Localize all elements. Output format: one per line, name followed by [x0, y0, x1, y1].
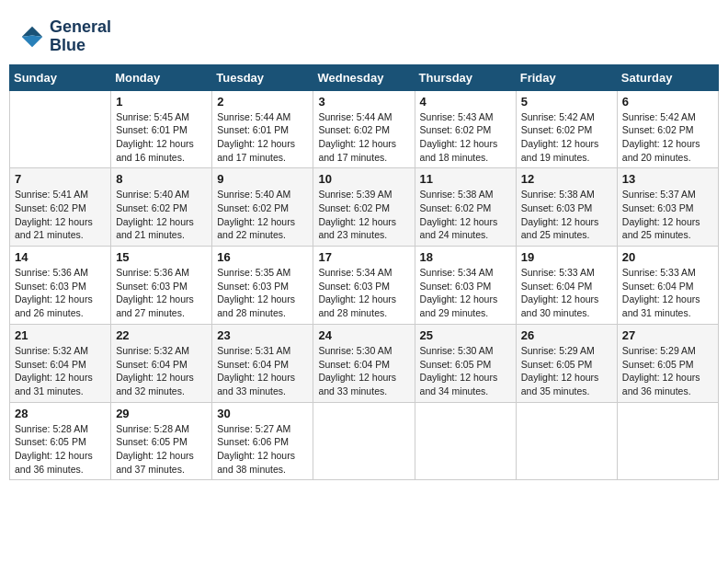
calendar-cell: 27Sunrise: 5:29 AMSunset: 6:05 PMDayligh…	[617, 324, 718, 402]
calendar-cell: 9Sunrise: 5:40 AMSunset: 6:02 PMDaylight…	[212, 168, 313, 247]
cell-sunrise-info: Sunrise: 5:44 AMSunset: 6:01 PMDaylight:…	[217, 110, 308, 165]
cell-sunrise-info: Sunrise: 5:42 AMSunset: 6:02 PMDaylight:…	[521, 110, 612, 165]
calendar-cell	[313, 402, 415, 480]
cell-sunrise-info: Sunrise: 5:37 AMSunset: 6:03 PMDaylight:…	[622, 188, 713, 242]
day-number: 20	[622, 250, 713, 264]
day-number: 11	[420, 172, 511, 186]
calendar-week-row: 28Sunrise: 5:28 AMSunset: 6:05 PMDayligh…	[10, 402, 719, 480]
calendar-cell: 3Sunrise: 5:44 AMSunset: 6:02 PMDaylight…	[313, 90, 415, 168]
svg-marker-1	[22, 35, 43, 47]
cell-sunrise-info: Sunrise: 5:34 AMSunset: 6:03 PMDaylight:…	[420, 266, 511, 320]
day-number: 17	[318, 250, 409, 264]
calendar-cell: 7Sunrise: 5:41 AMSunset: 6:02 PMDaylight…	[10, 168, 111, 247]
cell-sunrise-info: Sunrise: 5:28 AMSunset: 6:05 PMDaylight:…	[15, 422, 106, 477]
cell-sunrise-info: Sunrise: 5:33 AMSunset: 6:04 PMDaylight:…	[622, 266, 713, 320]
day-number: 12	[521, 172, 612, 186]
calendar-cell: 17Sunrise: 5:34 AMSunset: 6:03 PMDayligh…	[313, 247, 415, 325]
day-number: 28	[15, 407, 106, 420]
calendar-cell: 16Sunrise: 5:35 AMSunset: 6:03 PMDayligh…	[212, 247, 313, 325]
calendar-weekday: Monday	[111, 64, 212, 90]
cell-sunrise-info: Sunrise: 5:30 AMSunset: 6:04 PMDaylight:…	[318, 344, 409, 398]
logo-icon	[18, 23, 46, 51]
cell-sunrise-info: Sunrise: 5:40 AMSunset: 6:02 PMDaylight:…	[217, 188, 308, 242]
calendar-week-row: 21Sunrise: 5:32 AMSunset: 6:04 PMDayligh…	[10, 324, 719, 402]
day-number: 22	[116, 328, 207, 342]
cell-sunrise-info: Sunrise: 5:38 AMSunset: 6:02 PMDaylight:…	[420, 188, 511, 242]
calendar-weekday: Saturday	[617, 64, 718, 90]
calendar-table: SundayMondayTuesdayWednesdayThursdayFrid…	[9, 64, 719, 481]
day-number: 14	[15, 250, 106, 264]
calendar-cell: 28Sunrise: 5:28 AMSunset: 6:05 PMDayligh…	[10, 402, 111, 480]
day-number: 10	[318, 172, 409, 186]
calendar-cell: 15Sunrise: 5:36 AMSunset: 6:03 PMDayligh…	[111, 247, 212, 325]
calendar-weekday: Sunday	[10, 64, 111, 90]
day-number: 27	[622, 328, 713, 342]
day-number: 16	[217, 250, 308, 264]
calendar-cell: 2Sunrise: 5:44 AMSunset: 6:01 PMDaylight…	[212, 90, 313, 168]
day-number: 23	[217, 328, 308, 342]
calendar-cell: 30Sunrise: 5:27 AMSunset: 6:06 PMDayligh…	[212, 402, 313, 480]
day-number: 4	[420, 95, 511, 109]
cell-sunrise-info: Sunrise: 5:38 AMSunset: 6:03 PMDaylight:…	[521, 188, 612, 242]
calendar-cell: 18Sunrise: 5:34 AMSunset: 6:03 PMDayligh…	[415, 247, 516, 325]
day-number: 7	[15, 172, 106, 186]
cell-sunrise-info: Sunrise: 5:27 AMSunset: 6:06 PMDaylight:…	[217, 422, 308, 477]
cell-sunrise-info: Sunrise: 5:28 AMSunset: 6:05 PMDaylight:…	[116, 422, 207, 477]
logo: General Blue	[18, 18, 111, 55]
calendar-cell: 23Sunrise: 5:31 AMSunset: 6:04 PMDayligh…	[212, 324, 313, 402]
calendar-cell: 19Sunrise: 5:33 AMSunset: 6:04 PMDayligh…	[516, 247, 617, 325]
day-number: 15	[116, 250, 207, 264]
page-header: General Blue	[9, 9, 719, 60]
cell-sunrise-info: Sunrise: 5:29 AMSunset: 6:05 PMDaylight:…	[622, 344, 713, 398]
calendar-cell: 10Sunrise: 5:39 AMSunset: 6:02 PMDayligh…	[313, 168, 415, 247]
calendar-cell: 12Sunrise: 5:38 AMSunset: 6:03 PMDayligh…	[516, 168, 617, 247]
cell-sunrise-info: Sunrise: 5:43 AMSunset: 6:02 PMDaylight:…	[420, 110, 511, 165]
calendar-weekday: Thursday	[415, 64, 516, 90]
cell-sunrise-info: Sunrise: 5:31 AMSunset: 6:04 PMDaylight:…	[217, 344, 308, 398]
day-number: 9	[217, 172, 308, 186]
day-number: 29	[116, 407, 207, 420]
day-number: 2	[217, 95, 308, 109]
cell-sunrise-info: Sunrise: 5:35 AMSunset: 6:03 PMDaylight:…	[217, 266, 308, 320]
day-number: 3	[318, 95, 409, 109]
calendar-body: 1Sunrise: 5:45 AMSunset: 6:01 PMDaylight…	[10, 90, 719, 480]
cell-sunrise-info: Sunrise: 5:32 AMSunset: 6:04 PMDaylight:…	[15, 344, 106, 398]
day-number: 13	[622, 172, 713, 186]
calendar-cell: 21Sunrise: 5:32 AMSunset: 6:04 PMDayligh…	[10, 324, 111, 402]
calendar-header-row: SundayMondayTuesdayWednesdayThursdayFrid…	[10, 64, 719, 90]
cell-sunrise-info: Sunrise: 5:42 AMSunset: 6:02 PMDaylight:…	[622, 110, 713, 165]
calendar-weekday: Tuesday	[212, 64, 313, 90]
calendar-cell: 11Sunrise: 5:38 AMSunset: 6:02 PMDayligh…	[415, 168, 516, 247]
calendar-cell: 5Sunrise: 5:42 AMSunset: 6:02 PMDaylight…	[516, 90, 617, 168]
cell-sunrise-info: Sunrise: 5:32 AMSunset: 6:04 PMDaylight:…	[116, 344, 207, 398]
day-number: 24	[318, 328, 409, 342]
calendar-cell: 29Sunrise: 5:28 AMSunset: 6:05 PMDayligh…	[111, 402, 212, 480]
day-number: 26	[521, 328, 612, 342]
calendar-cell: 22Sunrise: 5:32 AMSunset: 6:04 PMDayligh…	[111, 324, 212, 402]
calendar-cell: 6Sunrise: 5:42 AMSunset: 6:02 PMDaylight…	[617, 90, 718, 168]
day-number: 8	[116, 172, 207, 186]
calendar-cell: 1Sunrise: 5:45 AMSunset: 6:01 PMDaylight…	[111, 90, 212, 168]
day-number: 25	[420, 328, 511, 342]
cell-sunrise-info: Sunrise: 5:30 AMSunset: 6:05 PMDaylight:…	[420, 344, 511, 398]
calendar-weekday: Friday	[516, 64, 617, 90]
calendar-cell	[415, 402, 516, 480]
day-number: 5	[521, 95, 612, 109]
calendar-week-row: 14Sunrise: 5:36 AMSunset: 6:03 PMDayligh…	[10, 247, 719, 325]
cell-sunrise-info: Sunrise: 5:36 AMSunset: 6:03 PMDaylight:…	[15, 266, 106, 320]
calendar-cell: 25Sunrise: 5:30 AMSunset: 6:05 PMDayligh…	[415, 324, 516, 402]
cell-sunrise-info: Sunrise: 5:36 AMSunset: 6:03 PMDaylight:…	[116, 266, 207, 320]
day-number: 1	[116, 95, 207, 109]
day-number: 19	[521, 250, 612, 264]
calendar-week-row: 1Sunrise: 5:45 AMSunset: 6:01 PMDaylight…	[10, 90, 719, 168]
calendar-cell: 24Sunrise: 5:30 AMSunset: 6:04 PMDayligh…	[313, 324, 415, 402]
day-number: 6	[622, 95, 713, 109]
calendar-cell	[516, 402, 617, 480]
calendar-cell: 13Sunrise: 5:37 AMSunset: 6:03 PMDayligh…	[617, 168, 718, 247]
cell-sunrise-info: Sunrise: 5:44 AMSunset: 6:02 PMDaylight:…	[318, 110, 409, 165]
cell-sunrise-info: Sunrise: 5:41 AMSunset: 6:02 PMDaylight:…	[15, 188, 106, 242]
calendar-cell: 14Sunrise: 5:36 AMSunset: 6:03 PMDayligh…	[10, 247, 111, 325]
cell-sunrise-info: Sunrise: 5:34 AMSunset: 6:03 PMDaylight:…	[318, 266, 409, 320]
calendar-week-row: 7Sunrise: 5:41 AMSunset: 6:02 PMDaylight…	[10, 168, 719, 247]
calendar-cell	[617, 402, 718, 480]
